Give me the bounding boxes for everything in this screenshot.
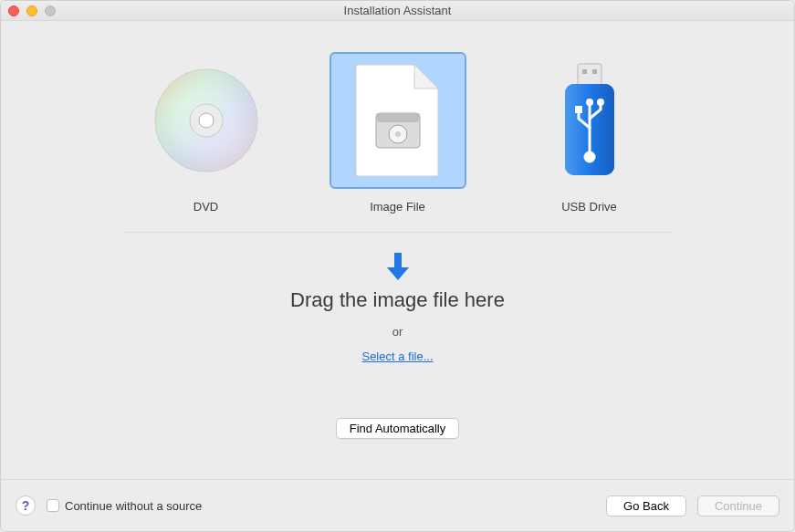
option-dvd-label: DVD [194, 200, 218, 214]
checkbox-label: Continue without a source [65, 499, 202, 513]
continue-without-source-checkbox[interactable]: Continue without a source [47, 499, 202, 513]
window-title: Installation Assistant [1, 4, 794, 17]
svg-rect-8 [578, 64, 601, 86]
svg-point-7 [395, 131, 401, 137]
content-area: DVD Image File [1, 21, 794, 479]
svg-point-15 [586, 99, 593, 106]
svg-point-14 [585, 152, 594, 162]
minimize-icon[interactable] [26, 5, 37, 16]
option-image-file[interactable]: Image File [330, 52, 466, 214]
svg-rect-10 [592, 69, 597, 74]
source-options: DVD Image File [138, 52, 658, 214]
svg-point-17 [597, 99, 604, 106]
option-dvd[interactable]: DVD [138, 52, 275, 214]
option-dvd-frame [138, 52, 275, 189]
dropzone-or: or [392, 325, 403, 339]
option-usb-drive-frame [521, 52, 658, 189]
checkbox-icon [47, 499, 59, 512]
option-usb-drive-label: USB Drive [561, 200, 617, 214]
option-image-file-label: Image File [370, 200, 425, 214]
zoom-icon [45, 5, 56, 16]
arrow-down-icon [384, 251, 412, 285]
help-button[interactable]: ? [16, 495, 36, 516]
go-back-button[interactable]: Go Back [606, 495, 686, 516]
svg-rect-16 [575, 106, 582, 113]
close-icon[interactable] [8, 5, 19, 16]
svg-rect-9 [582, 69, 587, 74]
continue-button: Continue [697, 495, 779, 516]
divider [124, 232, 672, 233]
bottom-bar: ? Continue without a source Go Back Cont… [1, 479, 794, 531]
image-file-icon [352, 63, 444, 178]
usb-drive-icon [558, 62, 622, 179]
option-image-file-frame [330, 52, 466, 189]
dvd-icon [152, 67, 260, 174]
dropzone-heading: Drag the image file here [290, 288, 505, 312]
titlebar: Installation Assistant [1, 1, 794, 21]
select-file-link[interactable]: Select a file... [361, 349, 433, 363]
option-usb-drive[interactable]: USB Drive [521, 52, 658, 214]
find-automatically-button[interactable]: Find Automatically [336, 418, 460, 439]
window-controls [8, 5, 56, 16]
svg-rect-5 [376, 113, 420, 122]
svg-point-3 [199, 113, 214, 128]
